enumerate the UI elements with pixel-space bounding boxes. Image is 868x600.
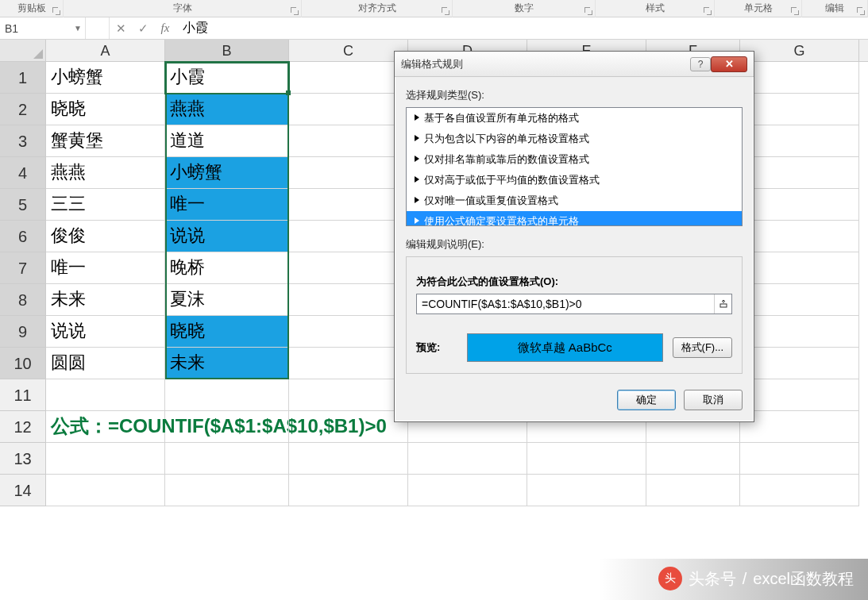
cell[interactable] <box>740 316 859 348</box>
name-box-input[interactable] <box>0 21 71 37</box>
row-header[interactable]: 11 <box>0 379 46 411</box>
cell-b7[interactable]: 晚桥 <box>165 252 289 284</box>
ok-button[interactable]: 确定 <box>617 390 676 410</box>
cell[interactable] <box>527 443 646 475</box>
cell-b3[interactable]: 道道 <box>165 125 289 157</box>
cell[interactable] <box>740 284 859 316</box>
select-all-corner[interactable] <box>0 40 46 61</box>
rule-type-item[interactable]: 仅对唯一值或重复值设置格式 <box>407 190 742 211</box>
cell[interactable] <box>740 94 859 125</box>
column-header-B[interactable]: B <box>165 40 289 61</box>
cell[interactable] <box>289 62 408 94</box>
dialog-launcher-icon[interactable] <box>52 6 60 15</box>
cell-a9[interactable]: 说说 <box>46 316 165 348</box>
collapse-dialog-icon[interactable] <box>714 294 731 313</box>
cancel-button[interactable]: 取消 <box>684 390 743 410</box>
cell[interactable] <box>646 475 740 506</box>
row-header[interactable]: 2 <box>0 94 46 125</box>
cell[interactable] <box>740 411 859 443</box>
cell[interactable] <box>740 252 859 284</box>
dialog-launcher-icon[interactable] <box>290 6 299 15</box>
cell[interactable] <box>740 125 859 157</box>
cell[interactable] <box>289 379 408 411</box>
cell[interactable] <box>289 221 408 252</box>
cell-a5[interactable]: 三三 <box>46 189 165 221</box>
cell-a2[interactable]: 晓晓 <box>46 94 165 125</box>
dialog-launcher-icon[interactable] <box>790 6 799 15</box>
cell[interactable] <box>740 443 859 475</box>
dialog-titlebar[interactable]: 编辑格式规则 ? ✕ <box>395 52 754 77</box>
cell[interactable] <box>740 62 859 94</box>
row-header[interactable]: 13 <box>0 443 46 475</box>
cell[interactable] <box>46 475 165 506</box>
cell-a7[interactable]: 唯一 <box>46 252 165 284</box>
row-header[interactable]: 7 <box>0 252 46 284</box>
cell[interactable] <box>289 125 408 157</box>
column-header-G[interactable]: G <box>740 40 859 61</box>
cell[interactable] <box>408 475 527 506</box>
dialog-launcher-icon[interactable] <box>584 6 592 15</box>
cell[interactable] <box>740 348 859 379</box>
cell-b9[interactable]: 晓晓 <box>165 316 289 348</box>
cell[interactable] <box>165 379 289 411</box>
format-button[interactable]: 格式(F)... <box>673 337 732 358</box>
dialog-launcher-icon[interactable] <box>441 6 449 15</box>
cell-b10[interactable]: 未来 <box>165 348 289 379</box>
cell-a10[interactable]: 圆圆 <box>46 348 165 379</box>
cell[interactable] <box>740 221 859 252</box>
row-header[interactable]: 6 <box>0 221 46 252</box>
rule-type-list[interactable]: 基于各自值设置所有单元格的格式只为包含以下内容的单元格设置格式仅对排名靠前或靠后… <box>406 107 743 226</box>
cancel-formula-icon[interactable]: ✕ <box>110 17 132 39</box>
cell[interactable] <box>289 411 408 443</box>
fx-icon[interactable]: fx <box>154 17 176 39</box>
row-header[interactable]: 10 <box>0 348 46 379</box>
cell-b5[interactable]: 唯一 <box>165 189 289 221</box>
cell[interactable] <box>46 379 165 411</box>
cell-a8[interactable]: 未来 <box>46 284 165 316</box>
close-icon[interactable]: ✕ <box>711 56 747 72</box>
confirm-formula-icon[interactable]: ✓ <box>132 17 154 39</box>
cell-a1[interactable]: 小螃蟹 <box>46 62 165 94</box>
cell[interactable] <box>740 189 859 221</box>
formula-input[interactable] <box>176 17 868 39</box>
row-header[interactable]: 8 <box>0 284 46 316</box>
row-header[interactable]: 5 <box>0 189 46 221</box>
rule-type-item[interactable]: 使用公式确定要设置格式的单元格 <box>407 211 742 226</box>
cell[interactable] <box>165 443 289 475</box>
cell[interactable] <box>289 284 408 316</box>
cell[interactable] <box>289 157 408 189</box>
cell[interactable] <box>165 475 289 506</box>
column-header-C[interactable]: C <box>289 40 408 61</box>
cell[interactable] <box>289 252 408 284</box>
cell-b8[interactable]: 夏沫 <box>165 284 289 316</box>
rule-type-item[interactable]: 仅对高于或低于平均值的数值设置格式 <box>407 170 742 190</box>
row-header[interactable]: 4 <box>0 157 46 189</box>
cell[interactable] <box>740 379 859 411</box>
row-header[interactable]: 1 <box>0 62 46 94</box>
rule-type-item[interactable]: 只为包含以下内容的单元格设置格式 <box>407 129 742 149</box>
cell[interactable] <box>289 316 408 348</box>
row-header[interactable]: 12 <box>0 411 46 443</box>
formula-note-cell[interactable]: 公式：=COUNTIF($A$1:$A$10,$B1)>0 <box>46 411 165 443</box>
cell-b1[interactable]: 小霞 <box>165 62 289 94</box>
cell[interactable] <box>289 348 408 379</box>
dialog-launcher-icon[interactable] <box>856 6 865 15</box>
cell[interactable] <box>408 443 527 475</box>
cell[interactable] <box>646 443 740 475</box>
help-icon[interactable]: ? <box>690 57 711 71</box>
cell-b2[interactable]: 燕燕 <box>165 94 289 125</box>
column-header-A[interactable]: A <box>46 40 165 61</box>
cell[interactable] <box>527 475 646 506</box>
rule-type-item[interactable]: 基于各自值设置所有单元格的格式 <box>407 108 742 129</box>
name-box[interactable]: ▼ <box>0 17 86 39</box>
cell[interactable] <box>165 411 289 443</box>
cell[interactable] <box>289 189 408 221</box>
dialog-launcher-icon[interactable] <box>703 6 712 15</box>
cell[interactable] <box>289 475 408 506</box>
cell-b6[interactable]: 说说 <box>165 221 289 252</box>
name-box-dropdown-icon[interactable]: ▼ <box>71 24 84 33</box>
rule-formula-input[interactable] <box>417 294 714 313</box>
cell-a6[interactable]: 俊俊 <box>46 221 165 252</box>
cell-a4[interactable]: 燕燕 <box>46 157 165 189</box>
rule-type-item[interactable]: 仅对排名靠前或靠后的数值设置格式 <box>407 149 742 170</box>
